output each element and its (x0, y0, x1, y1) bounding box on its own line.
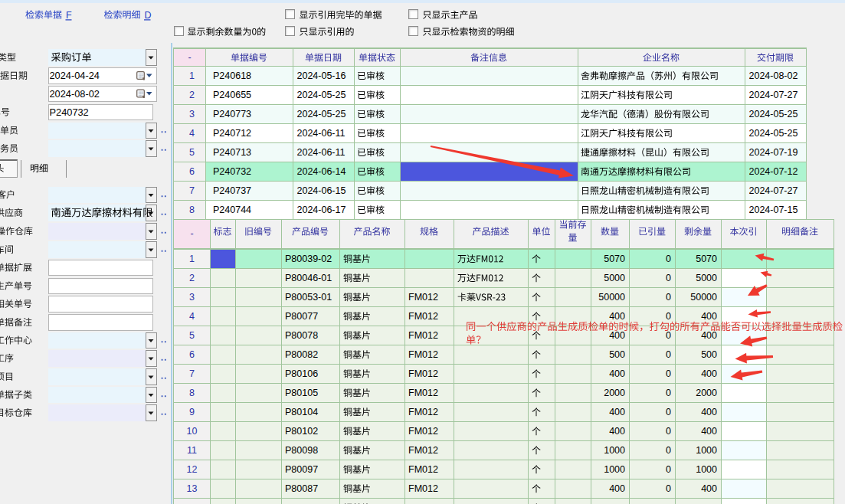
svg-text:D: D (145, 10, 152, 21)
svg-text:F: F (66, 10, 72, 21)
